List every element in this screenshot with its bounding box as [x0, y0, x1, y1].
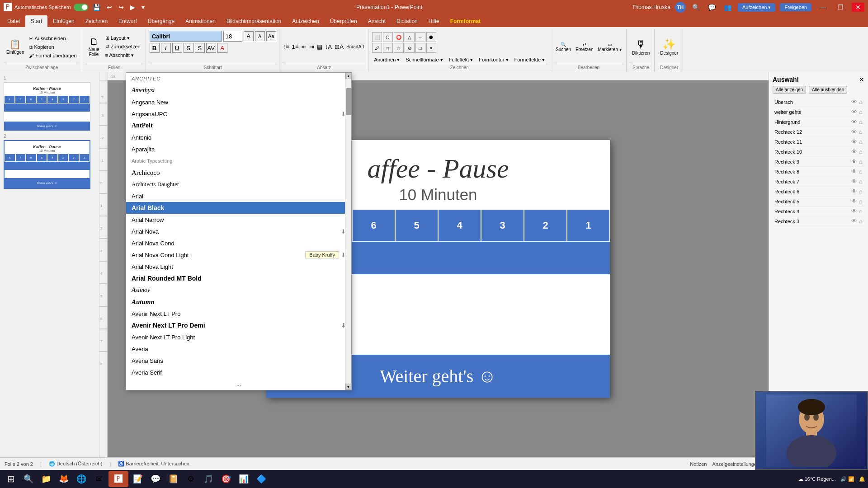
font-item-avenir-lt-pro-light[interactable]: Avenir Next LT Pro Light	[126, 331, 351, 343]
tab-hilfe[interactable]: Hilfe	[423, 15, 445, 27]
layer-item-weiter[interactable]: weiter gehts 👁 ⌂	[773, 107, 864, 117]
font-item-arial-narrow[interactable]: Arial Narrow	[126, 214, 351, 225]
font-item-antpolt[interactable]: AntPolt	[126, 120, 351, 131]
tab-ueberpruefen[interactable]: Überprüfen	[325, 15, 363, 27]
tab-bildschirm[interactable]: Bildschirmpräsentation	[221, 15, 287, 27]
btn-kopieren[interactable]: ⧉ Kopieren	[27, 43, 79, 51]
taskbar-more[interactable]: ⚙	[183, 471, 199, 487]
tab-dictation[interactable]: Dictation	[391, 15, 423, 27]
layer-item-r11[interactable]: Rechteck 11 👁 ⌂	[773, 137, 864, 147]
tab-formformat[interactable]: Formformat	[445, 15, 486, 27]
btn-spacing[interactable]: AV	[206, 43, 216, 53]
visibility-icon[interactable]: 👁	[851, 188, 857, 195]
btn-schnellformate[interactable]: Schnellformate ▾	[403, 56, 445, 64]
lock-icon[interactable]: ⌂	[859, 198, 863, 205]
lock-icon[interactable]: ⌂	[859, 108, 863, 115]
lock-icon[interactable]: ⌂	[859, 118, 863, 125]
layer-item-r10[interactable]: Rechteck 10 👁 ⌂	[773, 147, 864, 157]
lock-icon[interactable]: ⌂	[859, 208, 863, 215]
font-item-averia-sans[interactable]: Averia Sans	[126, 355, 351, 366]
btn-layout[interactable]: ⊞ Layout ▾	[103, 34, 143, 42]
layer-item-r12[interactable]: Rechteck 12 👁 ⌂	[773, 127, 864, 137]
lock-icon[interactable]: ⌂	[859, 148, 863, 155]
font-item-antonio[interactable]: Antonio	[126, 131, 351, 143]
btn-ersetzen[interactable]: ⇄ Ersetzen	[574, 41, 595, 53]
layer-item-r9[interactable]: Rechteck 9 👁 ⌂	[773, 157, 864, 167]
font-item-angsana-upc[interactable]: AngsanaUPC ⬇	[126, 108, 351, 120]
font-item-arial-rounded[interactable]: Arial Rounded MT Bold	[126, 272, 351, 284]
layer-item-uebersch[interactable]: Übersch 👁 ⌂	[773, 97, 864, 107]
language-status[interactable]: 🌐 Deutsch (Österreich)	[49, 461, 103, 467]
taskbar-onenote[interactable]: 📔	[165, 471, 181, 487]
tab-animationen[interactable]: Animationen	[180, 15, 221, 27]
btn-fontcolor[interactable]: A	[217, 43, 227, 53]
lock-icon[interactable]: ⌂	[859, 178, 863, 185]
font-item-aparajita[interactable]: Aparajita	[126, 143, 351, 155]
shape-3[interactable]: ⭕	[394, 32, 404, 42]
dropdown-scrollbar[interactable]: ▲ ▼	[345, 73, 351, 390]
quickaccess-undo[interactable]: ↩	[105, 3, 114, 12]
font-item-avenir-lt-pro-demi[interactable]: Avenir Next LT Pro Demi ⬇	[126, 319, 351, 331]
tab-zeichnen[interactable]: Zeichnen	[80, 15, 113, 27]
btn-underline[interactable]: U	[172, 43, 182, 53]
font-item-averia[interactable]: Averia	[126, 343, 351, 355]
layer-item-r3[interactable]: Rechteck 3 👁 ⌂	[773, 216, 864, 226]
btn-indent-less[interactable]: ⇤	[301, 42, 307, 51]
btn-indent-more[interactable]: ⇥	[308, 42, 315, 51]
slide-thumb-1[interactable]: 1 Kaffee - Pause 10 Minuten Weiter geht'…	[4, 76, 95, 131]
shape-9[interactable]: ☆	[394, 43, 404, 53]
btn-suchen[interactable]: 🔍 Suchen	[554, 41, 573, 53]
font-size-up[interactable]: A	[244, 31, 254, 41]
shape-8[interactable]: ≋	[383, 43, 393, 53]
right-panel-collapse[interactable]: ✕	[859, 76, 864, 83]
taskbar-search[interactable]: 🔍	[20, 471, 37, 487]
search-icon[interactable]: 🔍	[690, 3, 702, 12]
visibility-icon[interactable]: 👁	[851, 128, 857, 135]
btn-markieren[interactable]: ▭ Markieren ▾	[596, 41, 623, 53]
btn-textalign[interactable]: ⊞A	[334, 42, 344, 51]
lock-icon[interactable]: ⌂	[859, 99, 863, 105]
btn-diktieren[interactable]: 🎙 Diktieren	[630, 37, 651, 56]
maximize-btn[interactable]: ❐	[834, 3, 847, 12]
btn-zuruecksetzen[interactable]: ↺ Zurücksetzen	[103, 43, 143, 51]
font-item-architec[interactable]: ARCHITEC	[126, 73, 351, 84]
layer-item-r7[interactable]: Rechteck 7 👁 ⌂	[773, 177, 864, 187]
share-btn[interactable]: Aufzeichen ▾	[738, 3, 775, 12]
visibility-icon[interactable]: 👁	[851, 118, 857, 125]
btn-alle-ausblenden[interactable]: Alle ausblenden	[809, 86, 847, 94]
tab-ansicht[interactable]: Ansicht	[363, 15, 391, 27]
taskbar-pp-active[interactable]: 🅿	[108, 471, 128, 487]
visibility-icon[interactable]: 👁	[851, 99, 857, 105]
font-item-more[interactable]: ...	[126, 378, 351, 390]
font-item-arial-nova-cond[interactable]: Arial Nova Cond	[126, 237, 351, 249]
font-item-arial[interactable]: Arial	[126, 190, 351, 202]
scrollbar-up[interactable]: ▲	[345, 73, 352, 79]
btn-anordnen[interactable]: Anordnen ▾	[372, 56, 402, 64]
view-settings[interactable]: Anzeigeeinstellungen	[712, 461, 760, 467]
visibility-icon[interactable]: 👁	[851, 108, 857, 115]
btn-list-number[interactable]: 1≡	[291, 42, 299, 51]
lock-icon[interactable]: ⌂	[859, 218, 863, 225]
slide-thumb-2[interactable]: 2 Kaffee - Pause 10 Minuten Weiter geht'…	[4, 134, 95, 189]
shapes-more[interactable]: ▾	[426, 43, 436, 53]
btn-neue-folie[interactable]: 🗋 NeueFolie	[86, 36, 102, 58]
btn-bold[interactable]: B	[150, 43, 160, 53]
btn-smartart[interactable]: SmartArt	[345, 43, 365, 50]
layer-item-r8[interactable]: Rechteck 8 👁 ⌂	[773, 167, 864, 177]
scrollbar-down[interactable]: ▼	[345, 384, 352, 390]
taskbar-app4[interactable]: 🔷	[253, 471, 269, 487]
accessibility-status[interactable]: ♿ Barrierefreiheit: Untersuchen	[118, 461, 189, 467]
btn-designer[interactable]: ✨ Designer	[658, 37, 680, 56]
font-item-archicoco[interactable]: Archicoco	[126, 167, 351, 178]
visibility-icon[interactable]: 👁	[851, 138, 857, 145]
font-item-arial-black[interactable]: Arial Black	[126, 202, 351, 214]
font-size-down[interactable]: A	[255, 31, 265, 41]
tab-aufzeichen[interactable]: Aufzeichen	[287, 15, 324, 27]
btn-align-col[interactable]: ▤	[316, 42, 323, 51]
btn-fuelleffekt[interactable]: Fülleffekt ▾	[447, 56, 476, 64]
freigeben-btn[interactable]: Freigeben	[780, 3, 811, 11]
lock-icon[interactable]: ⌂	[859, 158, 863, 165]
layer-item-r5[interactable]: Rechteck 5 👁 ⌂	[773, 197, 864, 206]
comments-icon[interactable]: 💬	[706, 3, 717, 12]
collab-icon[interactable]: 👥	[722, 3, 733, 12]
